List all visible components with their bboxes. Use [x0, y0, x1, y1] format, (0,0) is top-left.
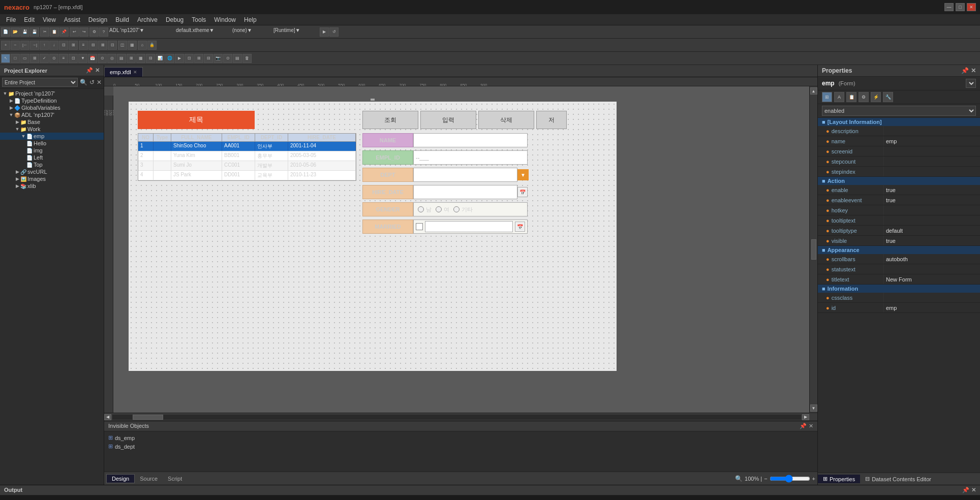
input-emplid[interactable]: --___	[413, 150, 528, 165]
canvas-scroll[interactable]: 50 100 150 200 250 300	[104, 86, 817, 413]
tb-refresh[interactable]: ↺	[329, 27, 339, 37]
pp-tab-properties[interactable]: ⊞ Properties	[818, 475, 860, 483]
tb3-9[interactable]: 📅	[88, 54, 97, 63]
input-dept[interactable]	[413, 168, 517, 182]
menu-design[interactable]: Design	[84, 15, 111, 24]
tb2-4[interactable]: →|	[30, 41, 39, 50]
pp-icon-6[interactable]: 🔧	[883, 92, 893, 102]
pp-icon-4[interactable]: ⚙	[859, 92, 869, 102]
pe-close[interactable]: ✕	[95, 67, 100, 74]
pp-val[interactable]: New Form	[884, 274, 980, 284]
theme-dropdown[interactable]: default.xtheme▼	[176, 27, 232, 37]
tb3-19[interactable]: ⊡	[185, 54, 194, 63]
style-dropdown[interactable]: (none)▼	[232, 27, 273, 37]
tb-help[interactable]: ?	[99, 27, 108, 37]
menu-build[interactable]: Build	[111, 15, 133, 24]
zoom-in-icon[interactable]: +	[812, 476, 815, 482]
tb3-12[interactable]: ▤	[117, 54, 126, 63]
pe-refresh-icon[interactable]: ↺	[89, 79, 95, 86]
menu-view[interactable]: View	[39, 15, 60, 24]
tb-redo[interactable]: ↪	[79, 27, 88, 37]
menu-debug[interactable]: Debug	[162, 15, 188, 24]
tb3-25[interactable]: 🗑	[242, 54, 252, 63]
tb2-11[interactable]: ⊠	[98, 41, 107, 50]
pp-val[interactable]	[884, 167, 980, 176]
menu-tools[interactable]: Tools	[188, 15, 210, 24]
tb3-1[interactable]: □	[11, 54, 20, 63]
tree-work[interactable]: ▼ 📁 Work	[0, 126, 104, 133]
married-calendar-btn[interactable]: 📅	[515, 222, 525, 232]
tb3-16[interactable]: 📊	[156, 54, 165, 63]
tree-hello[interactable]: 📄 Hello	[0, 140, 104, 147]
pe-search-icon[interactable]: 🔍	[80, 79, 87, 86]
tb2-15[interactable]: ⌂	[138, 41, 147, 50]
menu-help[interactable]: Help	[240, 15, 261, 24]
pp-icon-3[interactable]: 📋	[846, 92, 856, 102]
pp-val[interactable]	[884, 215, 980, 225]
tree-top[interactable]: 📄 Top	[0, 161, 104, 168]
invisible-ds-emp[interactable]: ⊞ ds_emp	[108, 433, 813, 442]
tb3-23[interactable]: ⊙	[223, 54, 232, 63]
tb2-8[interactable]: ⊞	[69, 41, 78, 50]
tree-images[interactable]: ▶ 🖼️ Images	[0, 175, 104, 182]
input-hiredate[interactable]	[413, 185, 517, 199]
pp-close[interactable]: ✕	[971, 67, 976, 74]
menu-file[interactable]: File	[2, 15, 20, 24]
tb3-24[interactable]: ▤	[233, 54, 242, 63]
tab-emp[interactable]: emp.xfdl ✕	[104, 67, 143, 77]
invisible-ds-dept[interactable]: ⊞ ds_dept	[108, 442, 813, 451]
tab-source[interactable]: Source	[135, 475, 163, 483]
adl-dropdown[interactable]: ADL 'np1207'▼	[109, 27, 175, 37]
canvas-grid[interactable]: NO Type FULL_NAME EMPL_ID DEPT_ID HIRE_D…	[138, 133, 356, 181]
tb2-5[interactable]: ↑	[40, 41, 49, 50]
pp-icon-layout[interactable]: ⊞	[822, 92, 832, 102]
tb3-13[interactable]: ⊞	[127, 54, 136, 63]
input-name[interactable]	[413, 133, 528, 147]
tb3-17[interactable]: 🌐	[165, 54, 174, 63]
tree-project[interactable]: ▼ 📁 Project 'np1207'	[0, 90, 104, 97]
canvas-title-box[interactable]: 제목	[138, 111, 255, 129]
tb3-22[interactable]: 📷	[213, 54, 223, 63]
tb-save-all[interactable]: 💾	[30, 27, 39, 37]
canvas-btn-delete[interactable]: 삭제	[478, 111, 534, 129]
output-pin[interactable]: 📌	[962, 487, 969, 493]
pp-val[interactable]	[884, 264, 980, 274]
hiredate-calendar-btn[interactable]: 📅	[517, 187, 528, 197]
tb2-12[interactable]: ⊡	[108, 41, 117, 50]
dept-dropdown-btn[interactable]: ▼	[517, 169, 529, 180]
tb3-select[interactable]: ↖	[1, 54, 10, 63]
scroll-down-btn[interactable]: ▼	[810, 404, 817, 412]
tb2-10[interactable]: ⊟	[88, 41, 98, 50]
tb2-13[interactable]: ◫	[118, 41, 127, 50]
close-button[interactable]: ✕	[967, 3, 976, 11]
tb-save[interactable]: 💾	[20, 27, 29, 37]
tree-left[interactable]: 📄 Left	[0, 154, 104, 161]
tree-globalvars[interactable]: ▶ 🔷 GlobalVariables	[0, 104, 104, 111]
menu-assist[interactable]: Assist	[60, 15, 84, 24]
pp-val[interactable]	[884, 146, 980, 156]
tb-paste[interactable]: 📌	[59, 27, 69, 37]
tb3-10[interactable]: ⊙	[98, 54, 107, 63]
tb2-16[interactable]: 🔒	[147, 41, 157, 50]
menu-edit[interactable]: Edit	[20, 15, 39, 24]
tb-settings[interactable]: ⚙	[89, 27, 99, 37]
pp-val[interactable]	[884, 293, 980, 302]
tb3-20[interactable]: ⊞	[194, 54, 203, 63]
zoom-slider[interactable]	[770, 475, 810, 483]
tb2-14[interactable]: ▦	[128, 41, 137, 50]
pp-val[interactable]	[884, 126, 980, 136]
tb2-3[interactable]: |←	[20, 41, 29, 50]
pp-object-select[interactable]: ▼	[966, 79, 976, 88]
invisible-close[interactable]: ✕	[809, 423, 813, 429]
pe-close-icon[interactable]: ✕	[97, 79, 102, 86]
pp-pin[interactable]: 📌	[961, 67, 969, 74]
tb3-8[interactable]: ▼	[78, 54, 87, 63]
menu-window[interactable]: Window	[210, 15, 240, 24]
grid-row-4[interactable]: 4 JS Park DD001 교육부 2010-11-23	[138, 171, 356, 180]
tb3-2[interactable]: ▭	[20, 54, 29, 63]
tree-typedef[interactable]: ▶ 📄 TypeDefinition	[0, 97, 104, 104]
pp-val[interactable]: emp	[884, 136, 980, 146]
pp-state-select[interactable]: enabled disabled	[822, 106, 976, 116]
tb3-7[interactable]: ⊡	[69, 54, 78, 63]
minimize-button[interactable]: —	[944, 3, 954, 11]
